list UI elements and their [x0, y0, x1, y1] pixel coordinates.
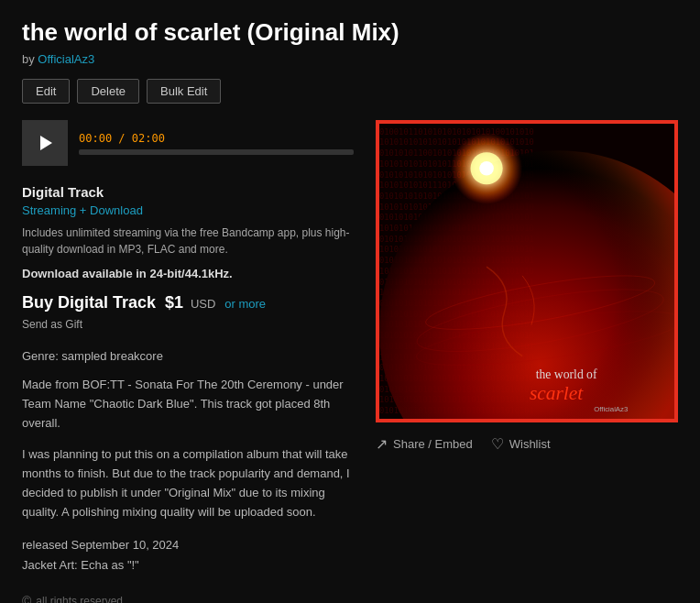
heart-icon: ♡ [491, 435, 504, 453]
description-2: I was planning to put this on a compilat… [22, 445, 354, 521]
artist-link[interactable]: OfficialAz3 [38, 52, 94, 66]
svg-text:scarlet: scarlet [530, 382, 584, 404]
share-label: Share / Embed [393, 437, 473, 451]
release-info: released September 10, 2024 Jacket Art: … [22, 535, 354, 576]
download-quality: Download available in 24-bit/44.1kHz. [22, 267, 354, 280]
buy-price: $1 [165, 293, 183, 312]
audio-player: 00:00 / 02:00 [22, 120, 354, 166]
album-art: 01001011010101010101010100101010 1010101… [376, 120, 678, 422]
main-layout: 00:00 / 02:00 Digital Track Streaming + … [22, 120, 678, 603]
jacket-art-credit: Jacket Art: Echa as "!" [22, 555, 354, 576]
progress-bar[interactable] [79, 149, 354, 155]
svg-text:010010110101010101010101001010: 01001011010101010101010100101010 [379, 127, 534, 137]
buy-label: Buy Digital Track [22, 293, 156, 312]
album-art-canvas: 01001011010101010101010100101010 1010101… [379, 124, 674, 419]
copyright-line: © all rights reserved [22, 594, 354, 603]
album-art-svg: 01001011010101010101010100101010 1010101… [379, 124, 674, 419]
digital-track-label: Digital Track [22, 184, 354, 200]
artist-byline: by OfficialAz3 [22, 52, 678, 66]
player-controls: 00:00 / 02:00 [79, 132, 354, 155]
right-column: 01001011010101010101010100101010 1010101… [376, 120, 678, 453]
play-icon [35, 133, 55, 153]
track-actions: ↗ Share / Embed ♡ Wishlist [376, 435, 678, 453]
time-separator: / [118, 132, 131, 145]
edit-button[interactable]: Edit [22, 79, 70, 104]
includes-text: Includes unlimited streaming via the fre… [22, 225, 354, 258]
svg-marker-0 [40, 136, 52, 150]
copyright-text: all rights reserved [36, 595, 123, 603]
share-icon: ↗ [376, 435, 388, 453]
wishlist-button[interactable]: ♡ Wishlist [491, 435, 551, 453]
streaming-link[interactable]: Streaming + Download [22, 203, 354, 217]
delete-button[interactable]: Delete [77, 79, 139, 104]
play-button[interactable] [22, 120, 68, 166]
total-time: 02:00 [132, 132, 165, 145]
send-as-gift-link[interactable]: Send as Gift [22, 318, 354, 331]
track-title: the world of scarlet (Original Mix) [22, 18, 678, 47]
genre-line: Genre: sampled breakcore [22, 349, 354, 363]
description-1: Made from BOF:TT - Sonata For The 20th C… [22, 376, 354, 433]
buy-section: Buy Digital Track $1 USD or more [22, 293, 354, 312]
svg-text:OfficialAz3: OfficialAz3 [594, 405, 628, 413]
bulk-edit-button[interactable]: Bulk Edit [147, 79, 221, 104]
svg-text:the world of: the world of [536, 367, 597, 381]
action-buttons: Edit Delete Bulk Edit [22, 79, 678, 104]
time-display: 00:00 / 02:00 [79, 132, 354, 145]
current-time: 00:00 [79, 132, 112, 145]
released-date: released September 10, 2024 [22, 535, 354, 555]
buy-currency: USD [191, 297, 215, 311]
left-column: 00:00 / 02:00 Digital Track Streaming + … [22, 120, 354, 603]
share-embed-button[interactable]: ↗ Share / Embed [376, 435, 473, 453]
wishlist-label: Wishlist [509, 437, 551, 451]
copyright-icon: © [22, 594, 31, 603]
or-more-link[interactable]: or more [224, 297, 266, 311]
